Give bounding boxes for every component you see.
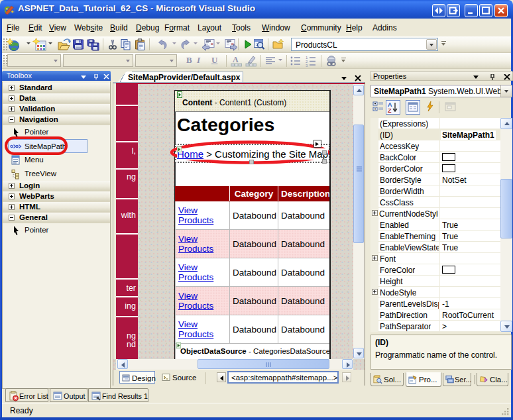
svg-text:Z: Z <box>388 107 392 114</box>
svg-text:3: 3 <box>306 64 308 68</box>
svg-text:A: A <box>233 55 239 64</box>
